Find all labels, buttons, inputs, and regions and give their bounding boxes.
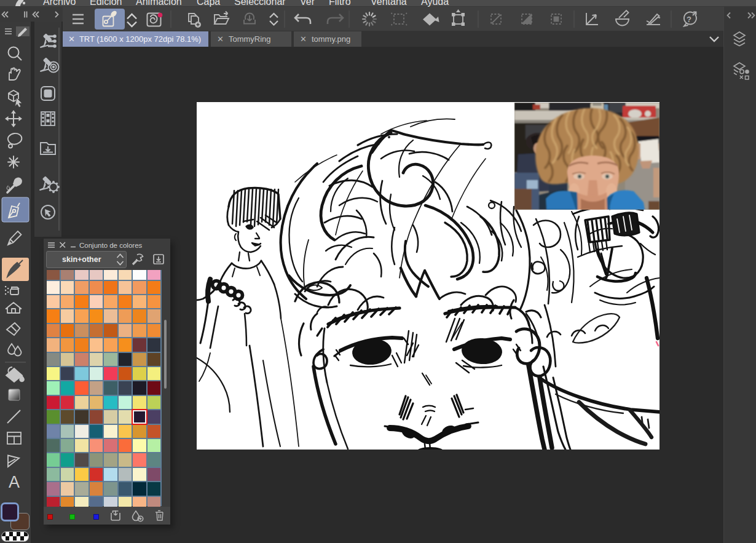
svg-text:A: A bbox=[9, 473, 20, 491]
svg-text:Conjunto de colores: Conjunto de colores bbox=[79, 242, 143, 249]
svg-text:?: ? bbox=[687, 15, 691, 24]
